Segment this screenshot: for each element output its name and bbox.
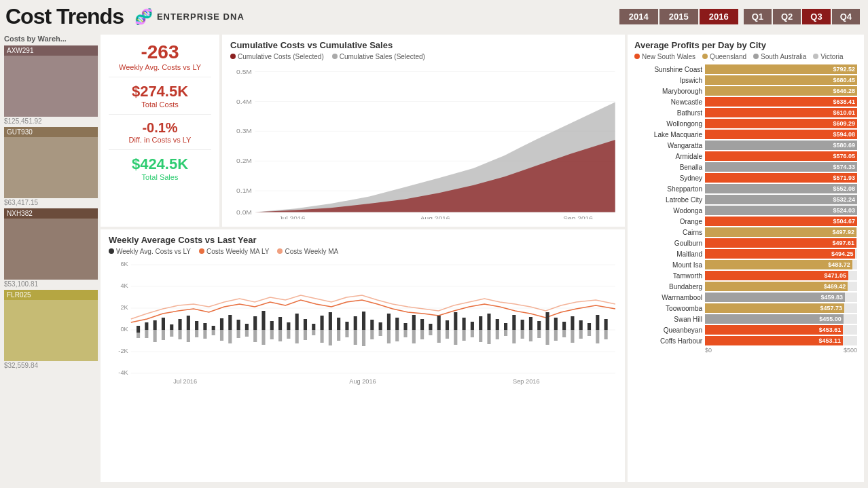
bar-fill: $638.41 xyxy=(705,97,857,107)
bar-fill: $580.69 xyxy=(705,140,857,150)
bar-value: $453.11 xyxy=(818,337,841,344)
svg-text:0.2M: 0.2M xyxy=(236,157,252,165)
bar-value: $457.73 xyxy=(820,305,843,312)
svg-text:0.4M: 0.4M xyxy=(236,98,252,105)
quarter-btn-Q4[interactable]: Q4 xyxy=(832,9,860,24)
svg-rect-70 xyxy=(304,330,307,340)
svg-rect-59 xyxy=(261,311,265,330)
svg-text:Sep 2016: Sep 2016 xyxy=(563,214,593,219)
svg-rect-61 xyxy=(270,321,274,330)
svg-rect-120 xyxy=(512,330,516,343)
svg-rect-112 xyxy=(479,330,482,342)
city-name: Coffs Harbour xyxy=(634,337,702,345)
right-panel-legend: New South WalesQueenslandSouth Australia… xyxy=(634,53,857,60)
svg-rect-139 xyxy=(596,315,599,330)
svg-rect-104 xyxy=(446,330,449,339)
svg-rect-102 xyxy=(437,330,441,343)
bar-value: $483.72 xyxy=(828,261,850,268)
svg-rect-50 xyxy=(220,330,223,341)
bar-outer: $457.73 xyxy=(705,303,857,313)
city-bar-row: Ipswich $680.45 xyxy=(634,75,857,85)
bar-fill: $532.24 xyxy=(705,195,857,204)
city-bar-row: Bathurst $610.01 xyxy=(634,108,857,117)
warehouse-item-AXW291[interactable]: AXW291 $125,451.92 xyxy=(4,45,98,126)
bar-value: $552.08 xyxy=(833,185,855,192)
svg-rect-33 xyxy=(153,320,157,330)
svg-rect-73 xyxy=(320,316,323,330)
warehouse-bar xyxy=(4,300,98,361)
weekly-avg-value: -263 xyxy=(109,41,211,63)
bar-outer: $483.72 xyxy=(705,260,857,269)
city-name: Latrobe City xyxy=(634,196,702,204)
svg-rect-107 xyxy=(463,318,466,330)
city-name: Benalla xyxy=(634,164,702,171)
bar-fill: $497.92 xyxy=(705,227,856,237)
bar-fill: $571.93 xyxy=(705,173,857,183)
year-btn-2015[interactable]: 2015 xyxy=(659,9,698,24)
svg-text:0.0M: 0.0M xyxy=(236,208,252,216)
svg-rect-118 xyxy=(504,330,507,336)
warehouse-value: $32,559.84 xyxy=(4,361,98,370)
quarter-btn-Q2[interactable]: Q2 xyxy=(773,9,801,24)
svg-rect-140 xyxy=(596,330,599,343)
warehouse-value: $63,417.15 xyxy=(4,198,98,207)
bar-outer: $532.24 xyxy=(705,195,857,204)
bar-outer: $494.25 xyxy=(705,249,857,259)
bar-value: $594.08 xyxy=(833,131,855,138)
svg-rect-46 xyxy=(203,330,206,339)
svg-rect-63 xyxy=(278,317,282,330)
quarter-btn-Q3[interactable]: Q3 xyxy=(802,9,830,24)
right-legend-item: New South Wales xyxy=(634,53,695,60)
divider-3 xyxy=(109,149,211,150)
svg-rect-68 xyxy=(295,330,299,343)
bar-value: $469.42 xyxy=(824,283,846,290)
svg-text:Aug 2016: Aug 2016 xyxy=(349,378,376,385)
right-legend-item: Queensland xyxy=(702,53,746,60)
year-buttons: 201420152016 xyxy=(619,9,738,24)
bar-fill: $609.29 xyxy=(705,119,857,128)
city-bar-row: Sunshine Coast $792.52 xyxy=(634,64,857,74)
svg-rect-86 xyxy=(370,330,374,339)
svg-rect-99 xyxy=(429,324,432,330)
bar-value: $580.69 xyxy=(833,142,855,149)
svg-rect-40 xyxy=(178,330,181,339)
svg-rect-135 xyxy=(579,320,583,330)
svg-rect-83 xyxy=(362,312,365,330)
svg-rect-94 xyxy=(403,330,407,337)
weekly-chart-card: Weekly Average Costs vs Last Year Weekly… xyxy=(101,229,625,482)
city-name: Cairns xyxy=(634,229,702,236)
city-name: Armidale xyxy=(634,153,702,160)
city-bar-row: Tamworth $471.05 xyxy=(634,271,857,280)
svg-rect-87 xyxy=(379,322,382,330)
warehouse-item-GUT930[interactable]: GUT930 $63,417.15 xyxy=(4,127,98,207)
svg-rect-29 xyxy=(137,326,140,333)
diff-label: Diff. in Costs vs LY xyxy=(109,136,211,144)
svg-rect-114 xyxy=(487,330,490,344)
quarter-btn-Q1[interactable]: Q1 xyxy=(744,9,772,24)
bar-value: $576.05 xyxy=(833,153,855,159)
svg-rect-76 xyxy=(329,330,332,345)
svg-rect-115 xyxy=(496,319,499,330)
city-name: Queanbeyan xyxy=(634,326,702,334)
svg-rect-78 xyxy=(337,330,340,341)
bar-value: $680.45 xyxy=(833,77,855,83)
warehouse-item-NXH382[interactable]: NXH382 $53,100.81 xyxy=(4,208,98,288)
bar-value: $497.92 xyxy=(833,229,855,236)
bar-fill: $680.45 xyxy=(705,75,857,85)
year-btn-2014[interactable]: 2014 xyxy=(619,9,658,24)
city-bar-row: Warrnambool $459.83 xyxy=(634,293,857,302)
svg-rect-66 xyxy=(287,330,290,339)
weekly-avg-label: Weekly Avg. Costs vs LY xyxy=(109,63,211,71)
legend-item: Cumulative Costs (Selected) xyxy=(230,53,324,60)
warehouse-item-FLR025[interactable]: FLR025 $32,559.84 xyxy=(4,290,98,370)
quarter-buttons: Q1Q2Q3Q4 xyxy=(744,9,860,24)
bar-value: $459.83 xyxy=(820,294,843,301)
svg-rect-141 xyxy=(604,319,608,330)
year-btn-2016[interactable]: 2016 xyxy=(700,9,738,24)
city-bar-row: Wodonga $524.03 xyxy=(634,206,857,215)
svg-rect-48 xyxy=(212,330,215,335)
svg-rect-79 xyxy=(345,322,348,330)
city-bar-row: Bundaberg $469.42 xyxy=(634,282,857,291)
svg-rect-130 xyxy=(554,330,558,341)
bar-outer: $792.52 xyxy=(705,64,857,74)
